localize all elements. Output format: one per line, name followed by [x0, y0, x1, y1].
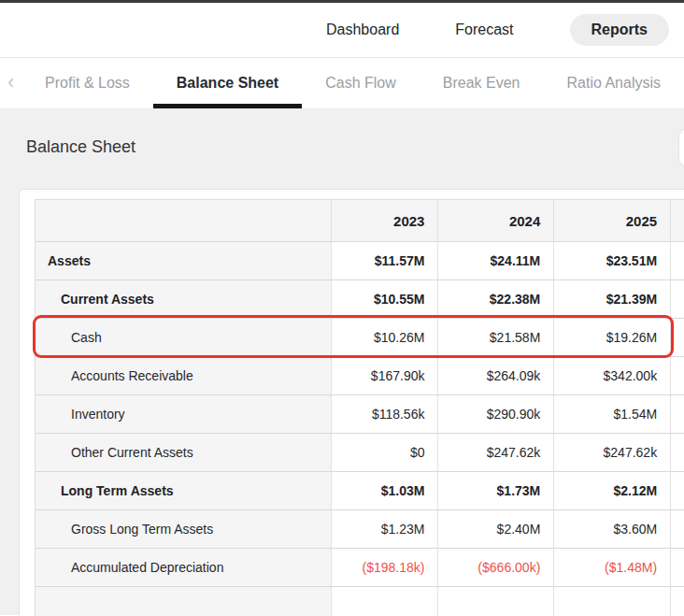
- value-cell: $0: [332, 434, 439, 472]
- table-row: Gross Long Term Assets$1.23M$2.40M$3.60M: [36, 510, 684, 549]
- row-label-cell: Other Current Assets: [36, 434, 332, 472]
- report-tabs: ‹ Profit & Loss Balance Sheet Cash Flow …: [0, 58, 684, 109]
- row-label-cell: Gross Long Term Assets: [36, 510, 332, 549]
- table-row: Long Term Assets$1.03M$1.73M$2.12M: [36, 472, 684, 510]
- extra-cell: [671, 242, 684, 280]
- row-label-cell: Inventory: [36, 395, 332, 434]
- table-row: Accumulated Depreciation($198.18k)($666.…: [36, 549, 684, 587]
- value-cell: ($1.48M): [554, 549, 671, 587]
- value-cell: $2.40M: [438, 510, 554, 549]
- value-cell: $2.12M: [554, 472, 671, 510]
- extra-cell: [671, 510, 684, 549]
- value-cell: $342.00k: [554, 357, 671, 395]
- value-cell: ($198.18k): [332, 549, 439, 587]
- column-header: 2024: [438, 200, 554, 242]
- value-cell: $247.62k: [554, 434, 671, 472]
- value-cell: $24.11M: [438, 242, 554, 280]
- column-header: 2025: [554, 200, 671, 242]
- row-label-cell: Accumulated Depreciation: [36, 549, 332, 587]
- value-cell: $23.51M: [554, 242, 671, 280]
- row-label-cell: [36, 587, 332, 616]
- table-row: Other Current Assets$0$247.62k$247.62k: [36, 434, 684, 472]
- row-label-cell: Long Term Assets: [36, 472, 332, 510]
- value-cell: $1.03M: [332, 472, 439, 510]
- extra-cell: [671, 472, 684, 510]
- value-cell: [332, 587, 439, 616]
- extra-cell: [671, 319, 684, 357]
- row-label-cell: Accounts Receivable: [36, 357, 332, 395]
- row-label-cell: Cash: [36, 319, 332, 357]
- value-cell: $118.56k: [332, 395, 439, 434]
- table-row: Current Assets$10.55M$22.38M$21.39M: [36, 280, 684, 319]
- row-label-cell: Assets: [36, 242, 332, 280]
- value-cell: $1.23M: [332, 510, 439, 549]
- nav-item-dashboard[interactable]: Dashboard: [326, 21, 399, 38]
- header-extra-cell: [671, 200, 684, 242]
- table-row: Assets$11.57M$24.11M$23.51M: [36, 242, 684, 280]
- tab-balance-sheet[interactable]: Balance Sheet: [153, 58, 302, 108]
- header-label-cell: [36, 200, 332, 242]
- value-cell: $22.38M: [438, 280, 554, 319]
- value-cell: $10.26M: [332, 319, 439, 357]
- balance-sheet-table: 202320242025Assets$11.57M$24.11M$23.51MC…: [35, 199, 684, 616]
- value-cell: $19.26M: [554, 319, 671, 357]
- column-header: 2023: [332, 200, 439, 242]
- value-cell: $21.39M: [554, 280, 671, 319]
- extra-cell: [671, 280, 684, 319]
- table-row: Cash$10.26M$21.58M$19.26M: [36, 319, 684, 357]
- value-cell: [554, 587, 671, 616]
- extra-cell: [671, 434, 684, 472]
- value-cell: $290.90k: [438, 395, 554, 434]
- extra-cell: [671, 357, 684, 395]
- value-cell: [438, 587, 554, 616]
- value-cell: $10.55M: [332, 280, 439, 319]
- extra-cell: [671, 587, 684, 616]
- table-row: Inventory$118.56k$290.90k$1.54M: [36, 395, 684, 434]
- tab-break-even[interactable]: Break Even: [420, 58, 544, 108]
- nav-item-reports[interactable]: Reports: [570, 14, 669, 46]
- nav-item-forecast[interactable]: Forecast: [455, 21, 513, 38]
- value-cell: $11.57M: [332, 242, 439, 280]
- table-row: [36, 587, 684, 616]
- chevron-left-icon[interactable]: ‹: [0, 58, 21, 108]
- value-cell: $167.90k: [332, 357, 439, 395]
- extra-cell: [671, 395, 684, 434]
- value-cell: $1.73M: [438, 472, 554, 510]
- main-nav: Dashboard Forecast Reports: [0, 3, 684, 58]
- value-cell: $21.58M: [438, 319, 554, 357]
- report-content: Balance Sheet 202320242025Assets$11.57M$…: [0, 109, 684, 615]
- value-cell: $1.54M: [554, 395, 671, 434]
- table-row: Accounts Receivable$167.90k$264.09k$342.…: [36, 357, 684, 395]
- report-card: 202320242025Assets$11.57M$24.11M$23.51MC…: [19, 189, 684, 616]
- value-cell: $247.62k: [438, 434, 554, 472]
- side-panel-button[interactable]: [678, 128, 684, 167]
- tab-cash-flow[interactable]: Cash Flow: [302, 58, 420, 108]
- table-header-row: 202320242025: [36, 200, 684, 242]
- value-cell: $3.60M: [554, 510, 671, 549]
- value-cell: ($666.00k): [438, 549, 554, 587]
- page-title: Balance Sheet: [26, 137, 135, 157]
- extra-cell: [671, 549, 684, 587]
- tab-ratio-analysis[interactable]: Ratio Analysis: [544, 58, 684, 108]
- row-label-cell: Current Assets: [36, 280, 332, 319]
- tab-profit-and-loss[interactable]: Profit & Loss: [21, 58, 153, 108]
- value-cell: $264.09k: [438, 357, 554, 395]
